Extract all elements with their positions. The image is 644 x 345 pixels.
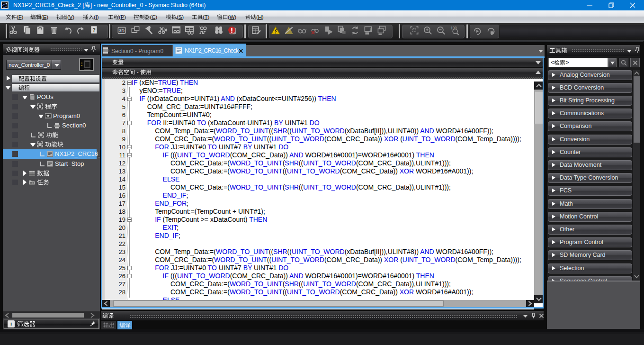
svg-text:3D: 3D bbox=[119, 28, 125, 33]
svg-text:1: 1 bbox=[369, 27, 371, 32]
svg-text:?: ? bbox=[92, 27, 96, 33]
